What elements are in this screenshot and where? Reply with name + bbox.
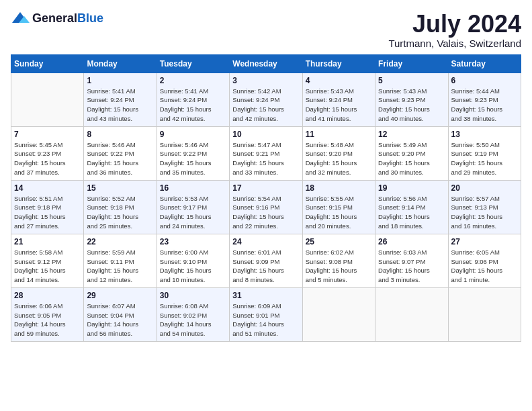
day-info-text: Sunrise: 6:00 AMSunset: 9:10 PMDaylight:… [160, 248, 226, 285]
day-number: 27 [451, 237, 518, 246]
day-info-text: Sunrise: 6:03 AMSunset: 9:07 PMDaylight:… [378, 248, 445, 285]
day-number: 31 [232, 291, 299, 300]
day-info-text: Sunrise: 5:48 AMSunset: 9:20 PMDaylight:… [306, 140, 372, 177]
day-info-text: Sunrise: 6:02 AMSunset: 9:08 PMDaylight:… [306, 248, 372, 285]
day-info-text: Sunrise: 6:05 AMSunset: 9:06 PMDaylight:… [451, 248, 518, 285]
day-number: 10 [232, 130, 299, 139]
day-number: 2 [160, 76, 226, 85]
day-number: 15 [87, 183, 153, 193]
day-info-text: Sunrise: 5:53 AMSunset: 9:17 PMDaylight:… [160, 194, 226, 231]
calendar-cell: 29Sunrise: 6:07 AMSunset: 9:04 PMDayligh… [84, 287, 157, 341]
day-info-text: Sunrise: 6:08 AMSunset: 9:02 PMDaylight:… [160, 302, 226, 338]
day-info-text: Sunrise: 5:50 AMSunset: 9:19 PMDaylight:… [451, 140, 518, 177]
day-info-text: Sunrise: 5:43 AMSunset: 9:24 PMDaylight:… [306, 87, 372, 124]
calendar-cell: 30Sunrise: 6:08 AMSunset: 9:02 PMDayligh… [157, 287, 229, 341]
day-info-text: Sunrise: 5:52 AMSunset: 9:18 PMDaylight:… [87, 194, 153, 231]
calendar-cell [11, 73, 84, 126]
day-of-week-friday: Friday [375, 54, 448, 73]
day-info-text: Sunrise: 5:44 AMSunset: 9:23 PMDaylight:… [451, 87, 518, 124]
calendar-cell: 9Sunrise: 5:46 AMSunset: 9:22 PMDaylight… [157, 126, 229, 180]
day-number: 9 [160, 130, 226, 139]
calendar-cell: 26Sunrise: 6:03 AMSunset: 9:07 PMDayligh… [375, 234, 448, 287]
day-info-text: Sunrise: 6:07 AMSunset: 9:04 PMDaylight:… [87, 302, 153, 338]
day-number: 11 [306, 130, 372, 139]
calendar-cell: 21Sunrise: 5:58 AMSunset: 9:12 PMDayligh… [11, 234, 84, 287]
week-row-4: 21Sunrise: 5:58 AMSunset: 9:12 PMDayligh… [11, 234, 521, 287]
calendar-cell: 22Sunrise: 5:59 AMSunset: 9:11 PMDayligh… [84, 234, 157, 287]
day-info-text: Sunrise: 5:41 AMSunset: 9:24 PMDaylight:… [160, 87, 226, 124]
calendar-cell: 7Sunrise: 5:45 AMSunset: 9:23 PMDaylight… [11, 126, 84, 180]
calendar-cell: 13Sunrise: 5:50 AMSunset: 9:19 PMDayligh… [448, 126, 521, 180]
day-info-text: Sunrise: 5:56 AMSunset: 9:14 PMDaylight:… [378, 194, 445, 231]
day-info-text: Sunrise: 5:51 AMSunset: 9:18 PMDaylight:… [14, 194, 81, 231]
calendar-cell: 27Sunrise: 6:05 AMSunset: 9:06 PMDayligh… [448, 234, 521, 287]
calendar-cell: 24Sunrise: 6:01 AMSunset: 9:09 PMDayligh… [230, 234, 302, 287]
calendar-cell: 8Sunrise: 5:46 AMSunset: 9:22 PMDaylight… [84, 126, 157, 180]
days-of-week-row: SundayMondayTuesdayWednesdayThursdayFrid… [11, 54, 521, 73]
day-number: 3 [232, 76, 299, 85]
day-info-text: Sunrise: 6:06 AMSunset: 9:05 PMDaylight:… [14, 302, 81, 338]
day-info-text: Sunrise: 6:09 AMSunset: 9:01 PMDaylight:… [232, 302, 299, 338]
calendar-cell: 19Sunrise: 5:56 AMSunset: 9:14 PMDayligh… [375, 180, 448, 234]
calendar-table: SundayMondayTuesdayWednesdayThursdayFrid… [11, 54, 521, 342]
day-number: 6 [451, 76, 518, 85]
calendar-cell: 20Sunrise: 5:57 AMSunset: 9:13 PMDayligh… [448, 180, 521, 234]
day-number: 25 [306, 237, 372, 246]
calendar-cell: 15Sunrise: 5:52 AMSunset: 9:18 PMDayligh… [84, 180, 157, 234]
day-info-text: Sunrise: 5:47 AMSunset: 9:21 PMDaylight:… [232, 140, 299, 177]
calendar-cell: 25Sunrise: 6:02 AMSunset: 9:08 PMDayligh… [302, 234, 375, 287]
day-number: 1 [87, 76, 153, 85]
calendar-cell [375, 287, 448, 341]
day-number: 28 [14, 291, 81, 300]
day-of-week-wednesday: Wednesday [230, 54, 302, 73]
week-row-5: 28Sunrise: 6:06 AMSunset: 9:05 PMDayligh… [11, 287, 521, 341]
day-info-text: Sunrise: 5:42 AMSunset: 9:24 PMDaylight:… [232, 87, 299, 124]
location-text: Turtmann, Valais, Switzerland [388, 38, 521, 49]
calendar-cell: 6Sunrise: 5:44 AMSunset: 9:23 PMDaylight… [448, 73, 521, 126]
day-of-week-thursday: Thursday [302, 54, 375, 73]
day-of-week-saturday: Saturday [448, 54, 521, 73]
week-row-3: 14Sunrise: 5:51 AMSunset: 9:18 PMDayligh… [11, 180, 521, 234]
calendar-cell: 18Sunrise: 5:55 AMSunset: 9:15 PMDayligh… [302, 180, 375, 234]
calendar-cell [448, 287, 521, 341]
calendar-cell: 12Sunrise: 5:49 AMSunset: 9:20 PMDayligh… [375, 126, 448, 180]
header: GeneralBlue July 2024 Turtmann, Valais, … [11, 11, 521, 49]
day-number: 14 [14, 183, 81, 193]
day-number: 23 [160, 237, 226, 246]
day-info-text: Sunrise: 5:59 AMSunset: 9:11 PMDaylight:… [87, 248, 153, 285]
day-info-text: Sunrise: 6:01 AMSunset: 9:09 PMDaylight:… [232, 248, 299, 285]
day-number: 26 [378, 237, 445, 246]
day-of-week-monday: Monday [84, 54, 157, 73]
day-info-text: Sunrise: 5:57 AMSunset: 9:13 PMDaylight:… [451, 194, 518, 231]
calendar-cell: 28Sunrise: 6:06 AMSunset: 9:05 PMDayligh… [11, 287, 84, 341]
calendar-cell: 5Sunrise: 5:43 AMSunset: 9:23 PMDaylight… [375, 73, 448, 126]
calendar-cell: 10Sunrise: 5:47 AMSunset: 9:21 PMDayligh… [230, 126, 302, 180]
calendar-cell: 4Sunrise: 5:43 AMSunset: 9:24 PMDaylight… [302, 73, 375, 126]
day-info-text: Sunrise: 5:43 AMSunset: 9:23 PMDaylight:… [378, 87, 445, 124]
calendar-cell [302, 287, 375, 341]
day-of-week-tuesday: Tuesday [157, 54, 229, 73]
day-number: 7 [14, 130, 81, 139]
day-number: 20 [451, 183, 518, 193]
logo-general-text: General [32, 11, 77, 25]
calendar-header: SundayMondayTuesdayWednesdayThursdayFrid… [11, 54, 521, 73]
logo-icon [11, 11, 30, 26]
calendar-cell: 16Sunrise: 5:53 AMSunset: 9:17 PMDayligh… [157, 180, 229, 234]
day-info-text: Sunrise: 5:54 AMSunset: 9:16 PMDaylight:… [232, 194, 299, 231]
day-of-week-sunday: Sunday [11, 54, 84, 73]
calendar-cell: 1Sunrise: 5:41 AMSunset: 9:24 PMDaylight… [84, 73, 157, 126]
day-number: 12 [378, 130, 445, 139]
week-row-2: 7Sunrise: 5:45 AMSunset: 9:23 PMDaylight… [11, 126, 521, 180]
day-number: 22 [87, 237, 153, 246]
logo: GeneralBlue [11, 11, 103, 26]
calendar-cell: 14Sunrise: 5:51 AMSunset: 9:18 PMDayligh… [11, 180, 84, 234]
day-info-text: Sunrise: 5:45 AMSunset: 9:23 PMDaylight:… [14, 140, 81, 177]
day-number: 4 [306, 76, 372, 85]
day-number: 13 [451, 130, 518, 139]
week-row-1: 1Sunrise: 5:41 AMSunset: 9:24 PMDaylight… [11, 73, 521, 126]
calendar-cell: 11Sunrise: 5:48 AMSunset: 9:20 PMDayligh… [302, 126, 375, 180]
calendar-body: 1Sunrise: 5:41 AMSunset: 9:24 PMDaylight… [11, 73, 521, 341]
day-number: 21 [14, 237, 81, 246]
day-info-text: Sunrise: 5:46 AMSunset: 9:22 PMDaylight:… [87, 140, 153, 177]
calendar-cell: 3Sunrise: 5:42 AMSunset: 9:24 PMDaylight… [230, 73, 302, 126]
